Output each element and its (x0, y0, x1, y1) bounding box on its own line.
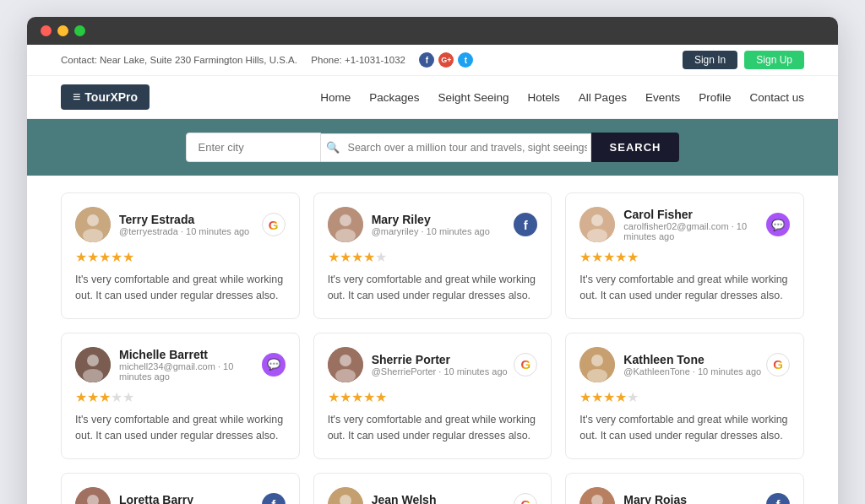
minimize-dot[interactable] (57, 25, 68, 36)
reviewer-header: Terry Estrada @terryestrada · 10 minutes… (75, 207, 286, 242)
avatar (328, 207, 363, 242)
review-text: It's very comfortable and great while wo… (328, 412, 538, 445)
avatar-svg (579, 487, 615, 505)
review-text: It's very comfortable and great while wo… (328, 272, 538, 305)
reviewer-header: Mary Riley @maryriley · 10 minutes ago f (328, 207, 538, 242)
twitter-icon[interactable]: t (458, 52, 473, 68)
chat-badge: 💬 (262, 353, 286, 377)
reviewer-handle: @terryestrada · 10 minutes ago (119, 226, 262, 236)
search-input[interactable] (345, 134, 590, 161)
avatar (328, 347, 363, 382)
star-rating: ★★★★★ (328, 249, 538, 265)
nav-home[interactable]: Home (320, 91, 351, 104)
star-filled: ★ (351, 250, 363, 264)
reviewer-header: Jean Welsh @JeanWelsh · 10 minutes ago G (328, 487, 538, 505)
reviewer-info: Carol Fisher carolfisher02@gmail.com · 1… (623, 208, 766, 241)
star-filled: ★ (111, 250, 122, 264)
star-empty: ★ (122, 390, 134, 404)
nav-hotels[interactable]: Hotels (528, 91, 560, 104)
star-filled: ★ (122, 250, 134, 264)
nav-contact[interactable]: Contact us (749, 91, 804, 104)
svg-point-13 (340, 355, 351, 366)
svg-point-17 (587, 369, 607, 382)
reviewer-info: Loretta Barry @Loretta Barry · 10 minute… (119, 493, 262, 505)
svg-point-14 (335, 369, 356, 382)
city-input[interactable] (186, 133, 321, 162)
reviewer-handle: @KathleenTone · 10 minutes ago (623, 366, 766, 377)
facebook-icon[interactable]: f (419, 52, 434, 68)
chat-badge: 💬 (766, 213, 790, 236)
nav-seight-seeing[interactable]: Seight Seeing (438, 91, 509, 104)
star-filled: ★ (363, 250, 375, 264)
avatar-svg (75, 347, 111, 382)
googleplus-icon[interactable]: G+ (438, 52, 454, 68)
browser-window: Contact: Near Lake, Suite 230 Farmington… (27, 17, 838, 504)
star-empty: ★ (627, 390, 639, 404)
avatar (579, 207, 615, 242)
review-text: It's very comfortable and great while wo… (579, 412, 790, 445)
reviewer-name: Kathleen Tone (623, 353, 766, 366)
review-card: Mary Riley @maryriley · 10 minutes ago f… (313, 192, 552, 319)
navbar: ≡ TourXPro Home Packages Seight Seeing H… (27, 76, 838, 119)
avatar (328, 487, 363, 505)
facebook-badge: f (262, 493, 286, 505)
search-button[interactable]: SEARCH (591, 133, 680, 162)
search-main-wrap: 🔍 (321, 133, 591, 162)
reviewer-info: Jean Welsh @JeanWelsh · 10 minutes ago (372, 493, 514, 505)
reviewer-name: Michelle Barrett (119, 348, 262, 361)
reviews-container: Terry Estrada @terryestrada · 10 minutes… (27, 176, 838, 504)
review-card: Sherrie Porter @SherriePorter · 10 minut… (313, 333, 552, 459)
reviewer-name: Mary Riley (372, 213, 514, 226)
reviewer-header: Mary Rojas @maryrojas · 10 minutes ago f (579, 487, 790, 505)
star-filled: ★ (603, 250, 615, 264)
reviewer-header: Sherrie Porter @SherriePorter · 10 minut… (328, 347, 538, 382)
nav-events[interactable]: Events (645, 91, 680, 104)
review-card: Kathleen Tone @KathleenTone · 10 minutes… (565, 333, 804, 459)
svg-point-2 (83, 229, 103, 242)
star-filled: ★ (75, 390, 87, 404)
reviewer-handle: @SherriePorter · 10 minutes ago (372, 366, 514, 377)
reviewer-header: Kathleen Tone @KathleenTone · 10 minutes… (579, 347, 790, 382)
signup-button[interactable]: Sign Up (744, 51, 804, 69)
reviewer-name: Sherrie Porter (372, 353, 514, 366)
signin-button[interactable]: Sign In (683, 51, 737, 69)
star-rating: ★★★★★ (579, 389, 790, 405)
top-bar-actions: Sign In Sign Up (683, 51, 804, 69)
star-filled: ★ (75, 250, 87, 264)
svg-point-10 (87, 355, 99, 366)
top-bar-contact: Contact: Near Lake, Suite 230 Farmington… (61, 52, 473, 68)
reviewer-info: Sherrie Porter @SherriePorter · 10 minut… (372, 353, 514, 377)
nav-profile[interactable]: Profile (699, 91, 731, 104)
reviewer-name: Jean Welsh (372, 493, 514, 505)
close-dot[interactable] (41, 25, 52, 36)
star-filled: ★ (627, 250, 639, 264)
svg-point-5 (335, 229, 356, 242)
maximize-dot[interactable] (74, 25, 85, 36)
reviewer-info: Mary Rojas @maryrojas · 10 minutes ago (623, 493, 766, 505)
reviewer-info: Terry Estrada @terryestrada · 10 minutes… (119, 213, 262, 236)
star-filled: ★ (328, 390, 340, 404)
star-filled: ★ (328, 250, 340, 264)
star-filled: ★ (99, 250, 111, 264)
star-filled: ★ (579, 250, 591, 264)
logo-text: TourXPro (84, 90, 138, 104)
review-text: It's very comfortable and great while wo… (75, 272, 286, 305)
top-bar: Contact: Near Lake, Suite 230 Farmington… (27, 45, 838, 76)
avatar-svg (75, 487, 111, 505)
google-badge: G (514, 493, 537, 505)
svg-point-7 (591, 214, 603, 226)
reviewer-name: Terry Estrada (119, 213, 262, 226)
google-badge: G (514, 353, 537, 377)
facebook-badge: f (766, 493, 790, 505)
nav-packages[interactable]: Packages (369, 91, 419, 104)
reviewer-header: Carol Fisher carolfisher02@gmail.com · 1… (579, 207, 790, 242)
reviews-grid: Terry Estrada @terryestrada · 10 minutes… (61, 192, 804, 504)
svg-point-11 (83, 369, 103, 382)
facebook-badge: f (514, 213, 537, 236)
review-card: Terry Estrada @terryestrada · 10 minutes… (61, 192, 300, 319)
search-bar: 🔍 SEARCH (27, 119, 838, 176)
star-filled: ★ (579, 390, 591, 404)
star-filled: ★ (615, 250, 627, 264)
reviewer-info: Kathleen Tone @KathleenTone · 10 minutes… (623, 353, 766, 377)
nav-all-pages[interactable]: All Pages (579, 91, 627, 104)
